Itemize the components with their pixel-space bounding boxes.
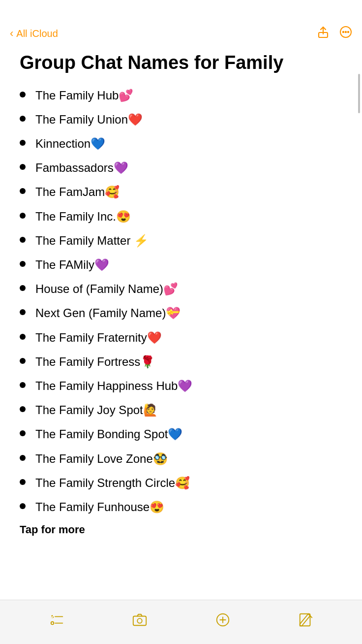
bullet-icon xyxy=(20,285,26,291)
edit-button[interactable] xyxy=(298,612,314,628)
list-item: The Family Fraternity❤️ xyxy=(20,330,342,345)
list-item: Fambassadors💜 xyxy=(20,160,342,175)
bullet-icon xyxy=(20,479,26,485)
nav-bar: ‹ All iCloud xyxy=(0,22,362,47)
svg-rect-9 xyxy=(133,616,146,625)
list-item-text: The Family Matter ⚡ xyxy=(35,233,149,248)
bullet-icon xyxy=(20,358,26,364)
compose-button[interactable] xyxy=(215,612,231,628)
list-item: The FAMily💜 xyxy=(20,257,342,272)
bullet-icon xyxy=(20,92,26,97)
bullet-icon xyxy=(20,237,26,243)
svg-point-10 xyxy=(137,618,142,623)
scrollbar-thumb[interactable] xyxy=(358,74,360,113)
list-item-text: House of (Family Name)💕 xyxy=(35,281,178,296)
bullet-icon xyxy=(20,455,26,461)
bullet-icon xyxy=(20,309,26,315)
list-item-text: The Family Fortress🌹 xyxy=(35,354,155,369)
list-item-text: The Family Inc.😍 xyxy=(35,209,131,224)
list-item: The Family Union❤️ xyxy=(20,112,342,127)
svg-point-2 xyxy=(343,32,344,32)
bullet-icon xyxy=(20,164,26,170)
list-item: The Family Inc.😍 xyxy=(20,209,342,224)
list-item: The Family Matter ⚡ xyxy=(20,233,342,248)
list-item-text: Next Gen (Family Name)💝 xyxy=(35,305,181,321)
page-title: Group Chat Names for Family xyxy=(20,52,342,74)
bullet-icon xyxy=(20,406,26,412)
list-item-text: The FAMily💜 xyxy=(35,257,109,272)
list-item-text: The Family Bonding Spot💙 xyxy=(35,426,182,442)
list-item-text: The Family Hub💕 xyxy=(35,88,133,103)
list-item: The Family Strength Circle🥰 xyxy=(20,475,342,490)
camera-button[interactable] xyxy=(132,612,148,628)
svg-point-6 xyxy=(51,621,54,624)
bullet-icon xyxy=(20,140,26,146)
list-item: Next Gen (Family Name)💝 xyxy=(20,305,342,321)
nav-actions xyxy=(317,26,352,41)
more-button[interactable] xyxy=(339,26,352,41)
list-item-text: The Family Happiness Hub💜 xyxy=(35,378,192,393)
svg-point-4 xyxy=(348,32,349,32)
bullet-icon xyxy=(20,261,26,267)
list-item-text: Kinnection💙 xyxy=(35,136,105,151)
list-item-text: The Family Union❤️ xyxy=(35,112,143,127)
list-item-text: The FamJam🥰 xyxy=(35,184,120,199)
bullet-icon xyxy=(20,116,26,122)
chevron-left-icon: ‹ xyxy=(10,27,13,40)
svg-point-3 xyxy=(345,32,346,32)
list-item: The Family Happiness Hub💜 xyxy=(20,378,342,393)
list-item-text: Fambassadors💜 xyxy=(35,160,128,175)
list-item-text: The Family Strength Circle🥰 xyxy=(35,475,190,490)
svg-rect-14 xyxy=(300,613,310,625)
list-item: House of (Family Name)💕 xyxy=(20,281,342,296)
list-item: The Family Funhouse😍 xyxy=(20,499,342,515)
bullet-icon xyxy=(20,382,26,388)
status-bar xyxy=(0,0,362,22)
list-item: The Family Bonding Spot💙 xyxy=(20,426,342,442)
bullet-icon xyxy=(20,503,26,509)
bullet-icon xyxy=(20,334,26,340)
checklist-button[interactable] xyxy=(49,612,64,628)
bottom-toolbar xyxy=(0,600,362,644)
list-item: The Family Fortress🌹 xyxy=(20,354,342,369)
share-button[interactable] xyxy=(317,26,330,41)
tap-more[interactable]: Tap for more xyxy=(20,523,342,536)
bullet-icon xyxy=(20,188,26,194)
chat-list: The Family Hub💕The Family Union❤️Kinnect… xyxy=(20,88,342,515)
list-item: The FamJam🥰 xyxy=(20,184,342,199)
list-item-text: The Family Love Zone🥸 xyxy=(35,451,168,466)
list-item-text: The Family Funhouse😍 xyxy=(35,499,164,515)
content-area: Group Chat Names for Family The Family H… xyxy=(0,47,362,600)
list-item: The Family Joy Spot🙋 xyxy=(20,402,342,418)
list-item: The Family Hub💕 xyxy=(20,88,342,103)
list-item: The Family Love Zone🥸 xyxy=(20,451,342,466)
list-item: Kinnection💙 xyxy=(20,136,342,151)
back-label: All iCloud xyxy=(16,28,58,39)
back-button[interactable]: ‹ All iCloud xyxy=(10,27,58,40)
bullet-icon xyxy=(20,213,26,219)
bullet-icon xyxy=(20,430,26,436)
list-item-text: The Family Joy Spot🙋 xyxy=(35,402,158,418)
list-item-text: The Family Fraternity❤️ xyxy=(35,330,162,345)
